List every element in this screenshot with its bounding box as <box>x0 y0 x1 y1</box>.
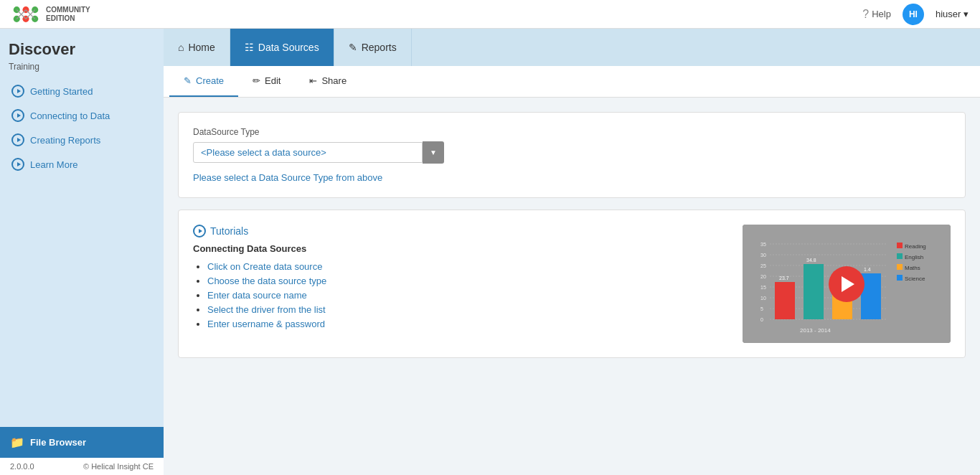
select-arrow-icon[interactable] <box>423 141 444 164</box>
svg-text:35: 35 <box>760 242 766 247</box>
reports-icon: ✎ <box>349 42 357 53</box>
svg-text:15: 15 <box>760 285 766 290</box>
subtab-edit[interactable]: ✏ Edit <box>238 66 295 97</box>
sidebar-item-creating-reports[interactable]: Creating Reports <box>9 128 155 152</box>
tutorials-play-icon <box>193 225 206 238</box>
home-icon: ⌂ <box>178 42 184 53</box>
svg-text:25: 25 <box>760 263 766 268</box>
subtab-share-label: Share <box>321 75 347 86</box>
tab-data-sources-label: Data Sources <box>258 42 319 53</box>
list-item: Enter username & password <box>207 319 721 329</box>
tab-bar: ⌂ Home ☷ Data Sources ✎ Reports <box>164 29 980 66</box>
tab-data-sources[interactable]: ☷ Data Sources <box>230 29 334 66</box>
tutorials-subtitle: Connecting Data Sources <box>193 243 721 254</box>
list-item: Select the driver from the list <box>207 304 721 315</box>
datasource-select-row: <Please select a data source> <box>193 141 951 164</box>
sidebar-item-label: Learn More <box>30 159 77 170</box>
datasource-card: DataSource Type <Please select a data so… <box>178 112 966 198</box>
content-area: ⌂ Home ☷ Data Sources ✎ Reports ✎ Create… <box>164 29 980 475</box>
copyright-text: © Helical Insight CE <box>83 462 154 471</box>
sidebar-title: Discover <box>9 40 155 59</box>
help-icon: ? <box>862 8 869 21</box>
svg-rect-35 <box>897 243 903 248</box>
tutorials-card: Tutorials Connecting Data Sources Click … <box>178 210 966 358</box>
datasources-icon: ☷ <box>245 42 254 53</box>
page-content: DataSource Type <Please select a data so… <box>164 98 980 475</box>
svg-text:23.7: 23.7 <box>779 276 789 281</box>
sidebar-item-learn-more[interactable]: Learn More <box>9 152 155 177</box>
video-thumbnail[interactable]: 35 30 25 20 15 10 5 0 <box>743 225 951 343</box>
tab-home[interactable]: ⌂ Home <box>164 29 230 66</box>
svg-text:20: 20 <box>760 274 766 279</box>
subtab-create[interactable]: ✎ Create <box>169 66 238 97</box>
navbar-left: COMMUNITY EDITION <box>11 4 90 24</box>
play-icon-creating <box>11 133 24 146</box>
logo-icon <box>11 4 40 24</box>
svg-text:30: 30 <box>760 253 766 258</box>
svg-text:English: English <box>905 254 923 260</box>
sidebar-item-connecting-to-data[interactable]: Connecting to Data <box>9 103 155 128</box>
version-text: 2.0.0.0 <box>10 462 34 471</box>
svg-rect-39 <box>897 264 903 270</box>
tab-reports-label: Reports <box>362 42 397 53</box>
tutorials-right: 35 30 25 20 15 10 5 0 <box>743 225 951 343</box>
subtab-bar: ✎ Create ✏ Edit ⇤ Share <box>164 66 980 98</box>
list-item: Enter data source name <box>207 290 721 301</box>
list-item: Choose the data source type <box>207 276 721 286</box>
sidebar-top: Discover Training Getting Started Connec… <box>0 29 164 427</box>
svg-text:0: 0 <box>760 317 763 322</box>
play-icon-learn <box>11 158 24 171</box>
edit-icon: ✏ <box>253 75 260 86</box>
sidebar-section-label: Training <box>9 62 155 72</box>
svg-rect-29 <box>804 264 824 319</box>
svg-rect-41 <box>897 275 903 281</box>
svg-text:5: 5 <box>760 306 763 311</box>
sidebar-footer: 2.0.0.0 © Helical Insight CE <box>0 458 164 475</box>
svg-rect-37 <box>897 253 903 259</box>
svg-text:2013 - 2014: 2013 - 2014 <box>800 327 831 334</box>
svg-text:Science: Science <box>905 276 925 282</box>
video-play-button[interactable] <box>829 266 864 302</box>
sidebar-item-label: Creating Reports <box>30 135 100 146</box>
svg-text:Maths: Maths <box>905 265 920 271</box>
navbar-right: ? Help HI hiuser ▾ <box>862 4 969 25</box>
tab-home-label: Home <box>188 42 215 53</box>
share-icon: ⇤ <box>309 75 317 86</box>
folder-icon: 📁 <box>10 436 24 449</box>
tutorials-title: Tutorials <box>193 225 721 238</box>
tutorials-list: Click on Create data source Choose the d… <box>193 261 721 329</box>
tutorials-left: Tutorials Connecting Data Sources Click … <box>193 225 721 343</box>
datasource-select[interactable]: <Please select a data source> <box>193 142 423 163</box>
datasource-type-label: DataSource Type <box>193 127 951 137</box>
list-item: Click on Create data source <box>207 261 721 272</box>
subtab-share[interactable]: ⇤ Share <box>295 66 361 97</box>
file-browser-label: File Browser <box>30 437 86 448</box>
tab-reports[interactable]: ✎ Reports <box>334 29 412 66</box>
main-layout: Discover Training Getting Started Connec… <box>0 29 980 475</box>
file-browser-button[interactable]: 📁 File Browser <box>0 427 164 458</box>
user-avatar: HI <box>903 4 924 25</box>
user-menu[interactable]: hiuser ▾ <box>936 9 969 19</box>
subtab-create-label: Create <box>196 75 224 86</box>
svg-text:1.4: 1.4 <box>864 267 871 272</box>
sidebar-item-getting-started[interactable]: Getting Started <box>9 79 155 103</box>
play-icon-connecting <box>11 109 24 122</box>
create-icon: ✎ <box>184 75 192 86</box>
sidebar-item-label: Getting Started <box>30 86 93 97</box>
svg-text:Reading: Reading <box>905 243 926 250</box>
svg-rect-27 <box>775 282 795 319</box>
logo-text: COMMUNITY EDITION <box>46 6 90 23</box>
subtab-edit-label: Edit <box>265 75 281 86</box>
help-label: Help <box>872 9 891 19</box>
svg-text:10: 10 <box>760 296 766 301</box>
sidebar: Discover Training Getting Started Connec… <box>0 29 164 475</box>
svg-text:34.8: 34.8 <box>806 258 816 263</box>
play-icon-getting-started <box>11 85 24 98</box>
help-button[interactable]: ? Help <box>862 8 891 21</box>
navbar: COMMUNITY EDITION ? Help HI hiuser ▾ <box>0 0 980 29</box>
datasource-hint: Please select a Data Source Type from ab… <box>193 172 951 183</box>
sidebar-item-label: Connecting to Data <box>30 110 110 121</box>
